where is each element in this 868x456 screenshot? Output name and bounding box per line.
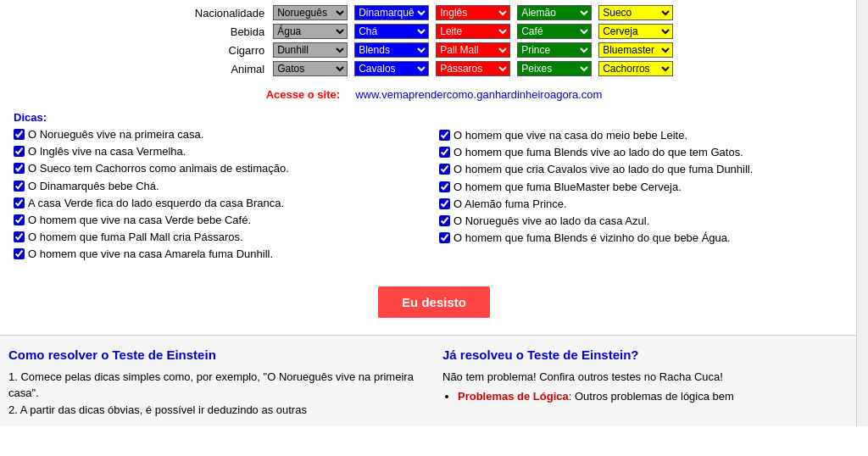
hint-left-item: O Dinamarquês bebe Chá. [14,179,429,194]
table-cell: NorueguêsInglêsDinamarquêsAlemãoSueco [595,3,676,22]
select-house1-bebida[interactable]: ÁguaCháLeiteCaféCerveja [273,24,348,39]
select-house3-bebida[interactable]: ÁguaCháLeiteCaféCerveja [436,24,510,39]
table-cell: NorueguêsInglêsDinamarquêsAlemãoSueco [270,3,351,22]
hint-text: O Norueguês vive na primeira casa. [28,127,203,142]
hint-checkbox[interactable] [439,232,450,243]
hint-checkbox[interactable] [439,130,450,141]
site-link-url[interactable]: www.vemaprendercomo.ganhardinheiroagora.… [355,88,602,101]
select-house3-cigarro[interactable]: DunhillBlendsPall MallPrinceBluemaster [436,42,510,58]
hint-right-item: O Alemão fuma Prince. [439,197,854,212]
puzzle-table: NacionalidadeNorueguêsInglêsDinamarquêsA… [192,3,676,78]
logica-link[interactable]: Problemas de Lógica [458,390,569,403]
site-link-section: Acesse o site: www.vemaprendercomo.ganha… [0,85,868,108]
select-house2-animal[interactable]: GatosCavalosPássarosPeixesCachorros [354,61,429,76]
hint-checkbox[interactable] [439,147,450,158]
hint-checkbox[interactable] [439,198,450,209]
hint-left-item: O Norueguês vive na primeira casa. [14,127,429,142]
select-house5-animal[interactable]: GatosCavalosPássarosPeixesCachorros [598,61,673,76]
row-label: Nacionalidade [192,3,270,22]
select-house1-cigarro[interactable]: DunhillBlendsPall MallPrinceBluemaster [273,42,348,58]
select-house4-cigarro[interactable]: DunhillBlendsPall MallPrinceBluemaster [517,42,592,58]
hint-left-item: O homem que vive na casa Verde bebe Café… [14,213,429,228]
hint-left-item: A casa Verde fica do lado esquerdo da ca… [14,196,429,211]
hint-text: O Sueco tem Cachorros como animais de es… [28,161,289,176]
table-row: BebidaÁguaCháLeiteCaféCervejaÁguaCháLeit… [192,22,676,41]
bottom-left-col: Como resolver o Teste de Einstein 1. Com… [8,348,426,419]
hint-checkbox[interactable] [14,197,25,209]
table-cell: GatosCavalosPássarosPeixesCachorros [514,59,595,78]
table-cell: DunhillBlendsPall MallPrinceBluemaster [432,41,514,59]
hints-left-col: Dicas: O Norueguês vive na primeira casa… [8,111,434,264]
table-cell: NorueguêsInglêsDinamarquêsAlemãoSueco [351,3,432,22]
hint-text: O homem que fuma Blends vive ao lado do … [453,145,743,160]
hint-checkbox[interactable] [439,181,450,192]
hints-right-col: O homem que vive na casa do meio bebe Le… [434,111,860,264]
hint-checkbox[interactable] [14,248,25,259]
hint-checkbox[interactable] [439,215,450,226]
hint-checkbox[interactable] [14,163,25,174]
select-house4-animal[interactable]: GatosCavalosPássarosPeixesCachorros [517,61,592,76]
scrollbar[interactable] [856,0,868,426]
table-cell: ÁguaCháLeiteCaféCerveja [432,22,514,41]
btn-section: Eu desisto [0,273,868,335]
hint-text: O Alemão fuma Prince. [453,197,567,212]
hint-checkbox[interactable] [14,181,25,192]
table-cell: DunhillBlendsPall MallPrinceBluemaster [351,41,432,59]
table-cell: ÁguaCháLeiteCaféCerveja [270,22,351,41]
hint-checkbox[interactable] [439,164,450,175]
hints-title: Dicas: [14,111,429,124]
table-cell: GatosCavalosPássarosPeixesCachorros [595,59,676,78]
select-house2-cigarro[interactable]: DunhillBlendsPall MallPrinceBluemaster [354,42,429,58]
table-row: AnimalGatosCavalosPássarosPeixesCachorro… [192,59,676,78]
page-container: NacionalidadeNorueguêsInglêsDinamarquêsA… [0,0,868,426]
hint-checkbox[interactable] [14,214,25,225]
select-house2-bebida[interactable]: ÁguaCháLeiteCaféCerveja [354,24,429,39]
table-cell: DunhillBlendsPall MallPrinceBluemaster [514,41,595,59]
select-house4-bebida[interactable]: ÁguaCháLeiteCaféCerveja [517,24,592,39]
select-house5-bebida[interactable]: ÁguaCháLeiteCaféCerveja [598,24,673,39]
bottom-right-col: Já resolveu o Teste de Einstein? Não tem… [442,348,860,419]
table-cell: GatosCavalosPássarosPeixesCachorros [351,59,432,78]
hint-text: O Norueguês vive ao lado da casa Azul. [453,214,649,229]
bottom-right-link-item: Problemas de Lógica: Outros problemas de… [458,388,860,405]
hint-left-item: O Sueco tem Cachorros como animais de es… [14,161,429,176]
hint-text: O homem que vive na casa do meio bebe Le… [453,128,687,143]
select-house3-animal[interactable]: GatosCavalosPássarosPeixesCachorros [436,61,510,76]
give-up-button[interactable]: Eu desisto [378,286,490,318]
select-house2-nacionalidade[interactable]: NorueguêsInglêsDinamarquêsAlemãoSueco [354,5,429,20]
hint-checkbox[interactable] [14,129,25,140]
hint-text: O homem que fuma BlueMaster bebe Cerveja… [453,180,682,195]
table-cell: ÁguaCháLeiteCaféCerveja [514,22,595,41]
select-house4-nacionalidade[interactable]: NorueguêsInglêsDinamarquêsAlemãoSueco [517,5,592,20]
bottom-left-p1: 1. Comece pelas dicas simples como, por … [8,369,426,402]
select-house1-animal[interactable]: GatosCavalosPássarosPeixesCachorros [273,61,348,76]
hints-section: Dicas: O Norueguês vive na primeira casa… [0,108,868,273]
hint-right-item: O homem que vive na casa do meio bebe Le… [439,128,854,143]
table-cell: NorueguêsInglêsDinamarquêsAlemãoSueco [432,3,514,22]
bottom-right-intro: Não tem problema! Confira outros testes … [442,369,860,386]
hint-text: O homem que fuma Pall Mall cria Pássaros… [28,230,243,245]
hint-text: O homem que cria Cavalos vive ao lado do… [453,162,753,177]
hint-checkbox[interactable] [14,231,25,242]
hint-checkbox[interactable] [14,146,25,157]
select-house5-nacionalidade[interactable]: NorueguêsInglêsDinamarquêsAlemãoSueco [598,5,673,20]
hint-right-item: O Norueguês vive ao lado da casa Azul. [439,214,854,229]
table-cell: DunhillBlendsPall MallPrinceBluemaster [595,41,676,59]
row-label: Animal [192,59,270,78]
logica-link-suffix: : Outros problemas de lógica bem [569,390,734,403]
select-house5-cigarro[interactable]: DunhillBlendsPall MallPrinceBluemaster [598,42,673,58]
grid-section: NacionalidadeNorueguêsInglêsDinamarquêsA… [0,0,868,85]
table-cell: NorueguêsInglêsDinamarquêsAlemãoSueco [514,3,595,22]
hint-right-item: O homem que fuma Blends vive ao lado do … [439,145,854,160]
hint-right-item: O homem que cria Cavalos vive ao lado do… [439,162,854,177]
table-cell: GatosCavalosPássarosPeixesCachorros [432,59,514,78]
table-row: CigarroDunhillBlendsPall MallPrinceBluem… [192,41,676,59]
row-label: Cigarro [192,41,270,59]
select-house3-nacionalidade[interactable]: NorueguêsInglêsDinamarquêsAlemãoSueco [436,5,510,20]
select-house1-nacionalidade[interactable]: NorueguêsInglêsDinamarquêsAlemãoSueco [273,5,348,20]
row-label: Bebida [192,22,270,41]
bottom-left-p2: 2. A partir das dicas óbvias, é possível… [8,402,426,419]
hint-text: A casa Verde fica do lado esquerdo da ca… [28,196,284,211]
table-cell: ÁguaCháLeiteCaféCerveja [595,22,676,41]
site-link-label: Acesse o site: [266,88,340,101]
